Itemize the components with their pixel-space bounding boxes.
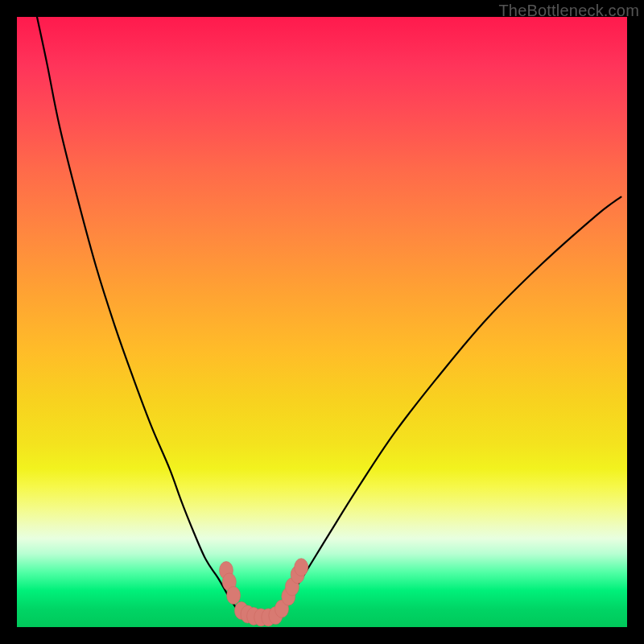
watermark-text: TheBottleneck.com [498,2,639,20]
right-curve [273,197,621,618]
data-points-cluster [220,559,308,626]
cluster-dot [295,559,308,576]
chart-overlay [0,0,644,644]
cluster-dot [227,587,241,605]
left-curve [37,17,249,618]
